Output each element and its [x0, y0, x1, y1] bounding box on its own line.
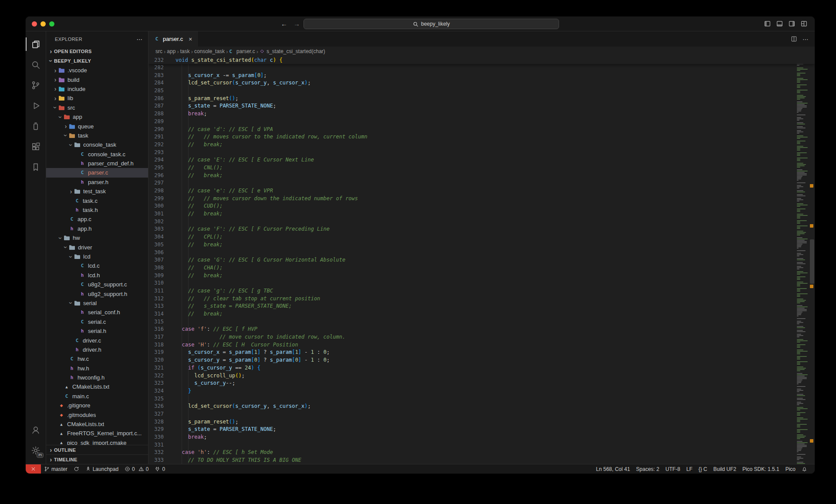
code-line[interactable]: 305 // break; [148, 241, 815, 249]
line-content[interactable]: // // moves cursor to the indicated row,… [170, 133, 367, 141]
workspace-root-row[interactable]: › BEEPY_LIKELY [46, 56, 148, 66]
tree-file-pico-sdk-import-cmake[interactable]: ▲pico_sdk_import.cmake [46, 438, 148, 445]
line-number[interactable]: 325 [148, 395, 170, 403]
tree-file-gitignore[interactable]: ◆.gitignore [46, 401, 148, 410]
line-number[interactable]: 298 [148, 187, 170, 195]
code-line[interactable]: 289 [148, 118, 815, 126]
line-number[interactable]: 287 [148, 102, 170, 110]
status-encoding[interactable]: UTF-8 [662, 464, 683, 474]
toggle-panel-icon[interactable] [775, 20, 783, 28]
activity-search-button[interactable] [26, 54, 46, 75]
breadcrumb-src[interactable]: src [155, 48, 162, 54]
line-content[interactable]: // // moves cursor down the indicated nu… [170, 195, 358, 203]
code-line[interactable]: 282 [148, 64, 815, 72]
status-eol[interactable]: LF [683, 464, 695, 474]
code-line[interactable]: 311 // case 'g': // ESC [ g TBC [148, 287, 815, 295]
line-content[interactable] [170, 249, 175, 257]
status-ports[interactable]: 0 [152, 464, 168, 474]
code-line[interactable]: 285 [148, 87, 815, 95]
line-number[interactable]: 319 [148, 349, 170, 356]
line-number[interactable]: 328 [148, 418, 170, 426]
line-number[interactable]: 295 [148, 164, 170, 172]
tree-file-serial-c[interactable]: Cserial.c [46, 317, 148, 326]
code-line[interactable]: 331 [148, 441, 815, 449]
code-line[interactable]: 327 [148, 410, 815, 418]
activity-battery-button[interactable] [26, 116, 46, 136]
outline-section[interactable]: › OUTLINE [46, 445, 148, 454]
line-number[interactable]: 314 [148, 310, 170, 318]
tree-file-parser-c[interactable]: Cparser.c [46, 168, 148, 177]
code-line[interactable]: 290 // case 'd': // ESC [ d VPA [148, 126, 815, 134]
code-line[interactable]: 312 // // clear tab stop at current posi… [148, 295, 815, 303]
line-number[interactable]: 300 [148, 202, 170, 210]
line-number[interactable]: 288 [148, 110, 170, 118]
tree-file-freertos-kernel-import-c[interactable]: ▲FreeRTOS_Kernel_import.c... [46, 429, 148, 438]
tree-file-hw-h[interactable]: hhw.h [46, 364, 148, 373]
tree-folder-test-task[interactable]: ›test_task [46, 187, 148, 196]
tree-file-parser-h[interactable]: hparser.h [46, 178, 148, 187]
code-line[interactable]: 297 [148, 179, 815, 187]
line-content[interactable]: // // clear tab stop at current position [170, 295, 320, 303]
line-content[interactable]: s_param_reset(); [170, 95, 239, 103]
tree-folder-app[interactable]: ›app [46, 112, 148, 121]
line-content[interactable]: s_cursor_x -= s_param[0]; [170, 72, 267, 80]
code-line[interactable]: 313 // s_state = PARSER_STATE_NONE; [148, 302, 815, 310]
line-number[interactable]: 282 [148, 64, 170, 72]
line-content[interactable] [170, 149, 175, 157]
line-number[interactable]: 285 [148, 87, 170, 95]
line-number[interactable]: 308 [148, 264, 170, 272]
line-content[interactable]: if (s_cursor_y == 24) { [170, 364, 260, 372]
line-content[interactable]: // CHA(); [170, 264, 222, 272]
line-content[interactable]: s_state = PARSER_STATE_NONE; [170, 102, 276, 110]
code-line[interactable]: 299 // // moves cursor down the indicate… [148, 195, 815, 203]
line-number[interactable]: 306 [148, 249, 170, 257]
code-line[interactable]: 307 // case 'G': // ESC [ G Cursor Horiz… [148, 256, 815, 264]
line-content[interactable]: // case 'd': // ESC [ d VPA [170, 126, 273, 134]
customize-layout-icon[interactable] [800, 20, 808, 28]
line-content[interactable]: // break; [170, 310, 222, 318]
line-number[interactable]: 290 [148, 126, 170, 134]
code-line[interactable]: 284 lcd_set_cursor(s_cursor_y, s_cursor_… [148, 79, 815, 87]
line-content[interactable] [170, 279, 175, 287]
status-pico-sdk[interactable]: Pico SDK: 1.5.1 [739, 464, 782, 474]
line-content[interactable]: // case 'F': // ESC [ F Cursor Preceding… [170, 225, 330, 233]
code-line[interactable]: 333 // TO DO HOLY SHIT THIS IS A BIG ONE [148, 457, 815, 464]
activity-extensions-button[interactable] [26, 136, 46, 157]
open-editors-section[interactable]: › OPEN EDITORS [46, 47, 148, 56]
toggle-primary-sidebar-icon[interactable] [763, 20, 771, 28]
tree-file-task-c[interactable]: Ctask.c [46, 196, 148, 205]
tree-file-driver-c[interactable]: Cdriver.c [46, 336, 148, 345]
tree-folder-driver[interactable]: ›driver [46, 242, 148, 252]
code-line[interactable]: 287 s_state = PARSER_STATE_NONE; [148, 102, 815, 110]
tree-folder-lcd[interactable]: ›lcd [46, 252, 148, 261]
line-content[interactable]: lcd_set_cursor(s_cursor_y, s_cursor_x); [170, 403, 311, 410]
line-content[interactable]: // CNL(); [170, 164, 222, 172]
line-content[interactable] [170, 318, 175, 326]
line-content[interactable]: // move cursor to indicated row, column. [170, 333, 345, 341]
breadcrumb-task[interactable]: task [180, 48, 190, 54]
code-line[interactable]: 306 [148, 249, 815, 257]
line-content[interactable]: // break; [170, 172, 222, 180]
forward-icon[interactable]: → [293, 20, 300, 27]
tree-folder-vscode[interactable]: ›.vscode [46, 66, 148, 75]
tree-file-console-task-c[interactable]: Cconsole_task.c [46, 150, 148, 159]
line-number[interactable]: 304 [148, 233, 170, 241]
tree-file-driver-h[interactable]: hdriver.h [46, 345, 148, 354]
line-number[interactable]: 318 [148, 341, 170, 349]
line-number[interactable]: 312 [148, 295, 170, 303]
status-sync[interactable] [71, 464, 82, 474]
line-number[interactable]: 293 [148, 149, 170, 157]
line-content[interactable]: break; [170, 433, 207, 441]
line-content[interactable]: lcd_set_cursor(s_cursor_y, s_cursor_x); [170, 79, 311, 87]
line-number[interactable]: 317 [148, 333, 170, 341]
breadcrumb-console-task[interactable]: console_task [194, 48, 225, 54]
line-content[interactable]: // break; [170, 241, 222, 249]
status-build-uf2[interactable]: Build UF2 [710, 464, 739, 474]
code-line[interactable]: 316 case 'f': // ESC [ f HVP [148, 326, 815, 333]
line-number[interactable]: 332 [148, 449, 170, 457]
line-content[interactable]: // case 'E': // ESC [ E Cursor Next Line [170, 156, 314, 164]
code-line[interactable]: 291 // // moves cursor to the indicated … [148, 133, 815, 141]
split-editor-icon[interactable] [791, 36, 797, 42]
line-content[interactable]: break; [170, 110, 207, 118]
line-number[interactable]: 309 [148, 272, 170, 280]
